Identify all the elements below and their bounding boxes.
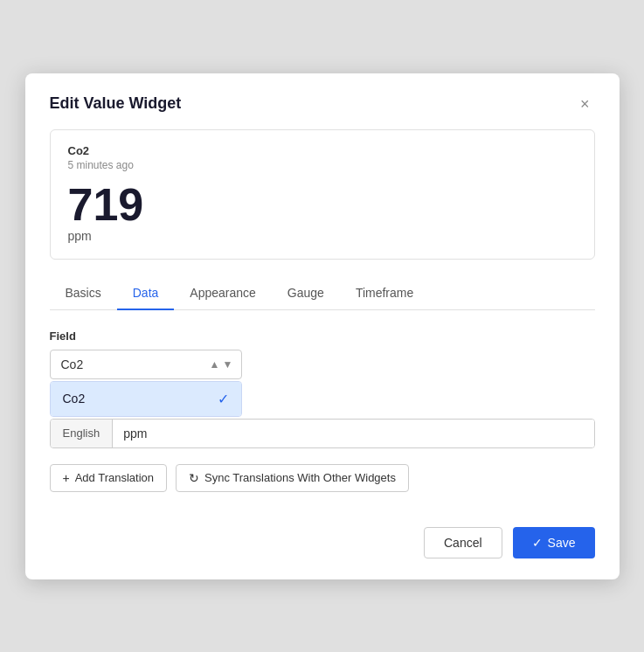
cancel-button[interactable]: Cancel bbox=[424, 527, 502, 558]
field-section: Field Co2 ▲ ▼ Co2 ✓ bbox=[50, 329, 595, 379]
action-row: + Add Translation ↻ Sync Translations Wi… bbox=[50, 464, 595, 492]
close-button[interactable]: × bbox=[575, 94, 595, 114]
add-translation-button[interactable]: + Add Translation bbox=[50, 464, 168, 492]
dialog-footer: Cancel ✓ Save bbox=[50, 518, 595, 558]
tabs-bar: Basics Data Appearance Gauge Timeframe bbox=[50, 277, 595, 310]
preview-time: 5 minutes ago bbox=[68, 159, 577, 171]
field-dropdown-list: Co2 ✓ bbox=[50, 381, 242, 417]
save-check-icon: ✓ bbox=[532, 536, 543, 550]
field-select[interactable]: Co2 ▲ ▼ bbox=[50, 350, 242, 379]
tab-appearance[interactable]: Appearance bbox=[174, 277, 272, 310]
preview-unit: ppm bbox=[68, 229, 577, 243]
edit-value-widget-dialog: Edit Value Widget × Co2 5 minutes ago 71… bbox=[25, 73, 620, 579]
check-icon: ✓ bbox=[218, 391, 229, 407]
dropdown-item-co2[interactable]: Co2 ✓ bbox=[51, 382, 241, 416]
unit-input[interactable] bbox=[113, 420, 593, 447]
unit-row: English bbox=[50, 419, 595, 448]
preview-value: 719 bbox=[68, 182, 577, 227]
field-label: Field bbox=[50, 329, 595, 343]
unit-language: English bbox=[51, 420, 114, 447]
sync-translations-button[interactable]: ↻ Sync Translations With Other Widgets bbox=[176, 464, 409, 492]
tab-timeframe[interactable]: Timeframe bbox=[340, 277, 429, 310]
preview-card: Co2 5 minutes ago 719 ppm bbox=[50, 129, 595, 260]
select-arrows-icon: ▲ ▼ bbox=[209, 359, 232, 370]
plus-icon: + bbox=[63, 471, 70, 485]
add-translation-label: Add Translation bbox=[75, 471, 154, 484]
dialog-title: Edit Value Widget bbox=[50, 94, 182, 113]
save-label: Save bbox=[548, 536, 576, 550]
sync-translations-label: Sync Translations With Other Widgets bbox=[204, 471, 396, 484]
tab-data[interactable]: Data bbox=[117, 277, 175, 310]
field-select-value: Co2 bbox=[61, 357, 84, 371]
tab-gauge[interactable]: Gauge bbox=[272, 277, 340, 310]
preview-label: Co2 bbox=[68, 144, 577, 157]
field-select-wrapper: Co2 ▲ ▼ Co2 ✓ bbox=[50, 350, 242, 379]
tab-basics[interactable]: Basics bbox=[50, 277, 117, 310]
dropdown-item-label: Co2 bbox=[63, 392, 86, 406]
save-button[interactable]: ✓ Save bbox=[513, 527, 595, 558]
sync-icon: ↻ bbox=[189, 471, 199, 485]
dialog-header: Edit Value Widget × bbox=[50, 94, 595, 114]
